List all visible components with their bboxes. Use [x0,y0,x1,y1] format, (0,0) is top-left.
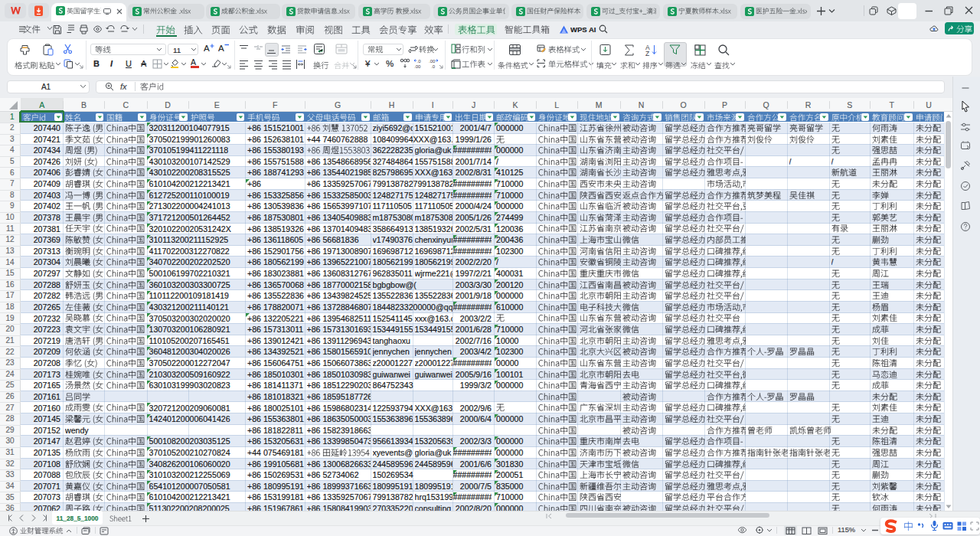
svg-text:.00: .00 [429,59,436,64]
svg-text:Z: Z [645,50,649,57]
svg-text:.0: .0 [417,59,422,64]
svg-text:.00: .00 [414,64,421,69]
svg-text:.0: .0 [431,64,436,69]
